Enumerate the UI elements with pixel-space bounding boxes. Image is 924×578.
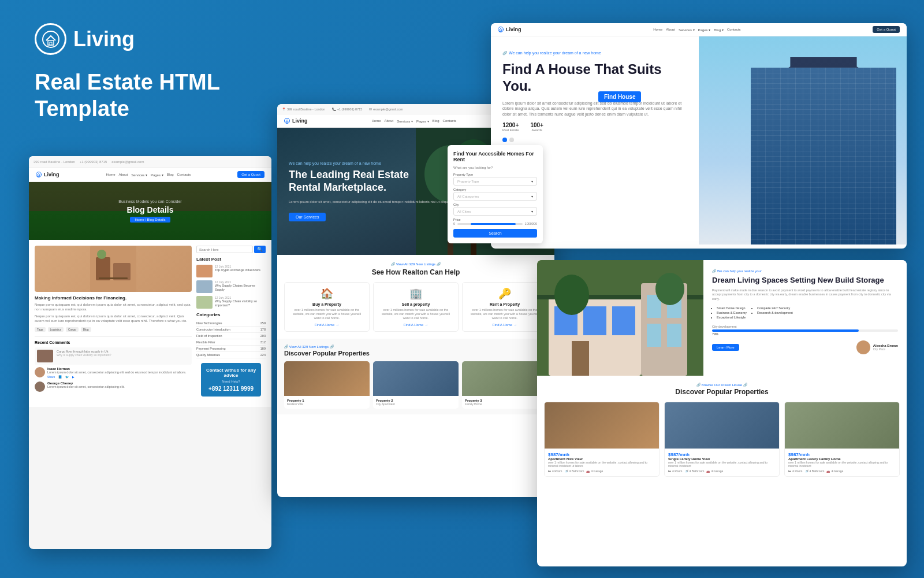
city-select[interactable]: All Cities ▾ — [453, 207, 537, 216]
find-house-badge: Find House — [598, 91, 641, 102]
blog-article-image — [35, 246, 192, 292]
popular-card-2[interactable]: Property 2 City Apartment — [373, 361, 459, 409]
sell-link[interactable]: Find A Home → — [378, 323, 453, 327]
blog-nav-logo: Living — [36, 172, 59, 177]
help-title: See How Realton Can Help — [284, 268, 547, 276]
blog-topbar: 399 road Basiline - London +1 (999903) 8… — [29, 156, 271, 168]
price-slider[interactable] — [457, 223, 523, 225]
blog-sidebar: 🔍 Latest Post 12 July 2021 Top crypto ex… — [196, 246, 266, 401]
logo-area: Living — [35, 23, 135, 55]
right-nav: Living Home About Services ▾ Pages ▾ Blo… — [491, 23, 907, 36]
learn-more-button[interactable]: Learn More — [712, 344, 739, 351]
tagline: Real Estate HTML Template — [35, 69, 220, 122]
hero-cta[interactable]: Our Services — [289, 213, 326, 221]
post-thumbnail — [37, 350, 53, 362]
blog-breadcrumb: Home / Blog Details — [130, 217, 170, 223]
building-scene — [699, 36, 907, 244]
right-hero-body: Lorem ipsum dolor sit amet consectetur a… — [502, 101, 687, 117]
rent-icon: 🔑 — [467, 287, 542, 300]
rent-link[interactable]: Find A Home → — [467, 323, 542, 327]
brand-name: Living — [73, 27, 135, 51]
recent-post-item: Cargo flow through labs supply in Uk Why… — [35, 347, 192, 365]
reviewer-avatar — [856, 340, 870, 354]
cat-1[interactable]: New Technologies259 — [196, 320, 266, 327]
latest-post-title: Latest Post — [196, 257, 266, 262]
comment-2: George Cheney Lorem ipsum dolor sit amet… — [35, 381, 192, 392]
help-cards: 🏠 Buy a Property over 1 millions homes f… — [284, 282, 547, 332]
svg-rect-11 — [286, 121, 288, 123]
category-select[interactable]: All Categories ▾ — [453, 192, 537, 201]
help-section: 🔗 View All 329 New Listings 🔗 See How Re… — [277, 255, 554, 339]
help-card-rent: 🔑 Rent a Property over 1 millions homes … — [462, 282, 547, 332]
svg-rect-9 — [99, 277, 128, 279]
right-nav-cta[interactable]: Get a Quoot — [873, 26, 900, 33]
sidebar-post-img-3 — [196, 296, 213, 309]
popular-bottom-tag: 🔗 Browse Our Dream House 🔗 — [544, 383, 900, 387]
buy-title: Buy a Property — [289, 302, 364, 306]
topbar-location: 399 road Basiline - London — [33, 160, 75, 164]
right-hero-sub: 🔗 We can help you realize your dream of … — [502, 51, 687, 55]
features-col-1: Smart Home Design Business & Economy Exc… — [712, 306, 747, 320]
buy-link[interactable]: Find A Home → — [289, 323, 364, 327]
cat-4[interactable]: Flexible Filter312 — [196, 339, 266, 346]
cat-6[interactable]: Quality Materials224 — [196, 352, 266, 358]
sell-icon: 🏢 — [378, 287, 453, 300]
svg-rect-4 — [38, 175, 40, 177]
sidebar-post-img-1 — [196, 265, 213, 277]
comment-body-1: Isaac Herman Lorem ipsum dolor sit amet,… — [47, 367, 187, 379]
dream-features: Smart Home Design Business & Economy Exc… — [712, 306, 898, 320]
cat-2[interactable]: Constructor Introduction178 — [196, 327, 266, 333]
progress-fill — [712, 329, 859, 332]
help-card-buy: 🏠 Buy a Property over 1 millions homes f… — [284, 282, 370, 332]
pb-img-1 — [545, 402, 659, 449]
sidebar-search-button[interactable]: 🔍 — [254, 246, 266, 253]
progress-bar — [712, 329, 898, 332]
right-nav-logo: Living — [498, 27, 521, 32]
dot-active[interactable] — [502, 138, 507, 142]
svg-point-8 — [97, 250, 106, 259]
svg-rect-30 — [667, 324, 681, 347]
pb-card-2[interactable]: $987/mnh Single Family Home View over 1 … — [664, 402, 780, 477]
popular-bottom: 🔗 Browse Our Dream House 🔗 Discover Popu… — [537, 376, 907, 484]
search-button[interactable]: Search — [453, 229, 537, 238]
dream-title: Dream Living Spaces Setting New Build St… — [712, 276, 898, 285]
sell-title: Sell a property — [378, 302, 453, 306]
blog-nav-cta[interactable]: Get a Quoot — [237, 171, 264, 178]
buy-icon: 🏠 — [289, 287, 364, 300]
reviewer: Aleesha Brown City Pace — [856, 340, 898, 354]
search-field-category: Category All Categories ▾ — [453, 188, 537, 201]
right-hero: 🔗 We can help you realize your dream of … — [491, 36, 907, 244]
dot-inactive[interactable] — [509, 138, 514, 142]
stats-row: 1200+ Real Estate 100+ Awards — [502, 122, 687, 132]
building-glass — [751, 68, 896, 244]
commenter-avatar-2 — [35, 381, 45, 392]
commenter-avatar-1 — [35, 367, 45, 377]
post-info: Cargo flow through labs supply in Uk Why… — [57, 350, 111, 362]
sidebar-categories: Categories New Technologies259 Construct… — [196, 312, 266, 358]
popular-bottom-title: Discover Popular Properties — [544, 388, 900, 396]
dream-body: Payment will make made in due season to … — [712, 288, 898, 302]
topbar-phone: +1 (999903) 8715 — [80, 160, 107, 164]
search-price-range: Price 0 1000000 — [453, 218, 537, 225]
blog-hero: Business Models you can Consider Blog De… — [29, 182, 271, 240]
cat-3[interactable]: Field of Inspection203 — [196, 333, 266, 339]
blog-main: Making Informed Decisions for Financing.… — [35, 246, 192, 401]
pb-card-1[interactable]: $987/mnh Apartment Nice View over 1 mill… — [544, 402, 660, 477]
cat-5[interactable]: Payment Processing189 — [196, 346, 266, 352]
right-card: Living Home About Services ▾ Pages ▾ Blo… — [491, 23, 907, 249]
svg-rect-18 — [500, 30, 502, 32]
svg-rect-24 — [572, 341, 589, 376]
article-body: Neque porro quisquam est, qui dolorem ip… — [35, 302, 192, 312]
popular-card-1[interactable]: Property 1 Modern Villa — [284, 361, 370, 409]
popular-img-2 — [373, 361, 459, 396]
pb-card-3[interactable]: $987/mnh Apartment Luxury Family Home ov… — [784, 402, 900, 477]
popular-card-3[interactable]: Property 3 Family Home — [462, 361, 547, 409]
svg-rect-1 — [48, 40, 54, 45]
property-type-select[interactable]: Property Type ▾ — [453, 177, 537, 186]
sidebar-post-3: 12 July 2021 Why Supply Chain visibility… — [196, 296, 266, 309]
sidebar-search-input[interactable] — [196, 246, 253, 253]
comments-title: Recent Comments — [35, 340, 192, 344]
main-card: 📍 399 road Basiline - London 📞 +1 (99990… — [277, 104, 554, 497]
svg-rect-22 — [583, 306, 606, 335]
popular-img-1 — [284, 361, 370, 396]
